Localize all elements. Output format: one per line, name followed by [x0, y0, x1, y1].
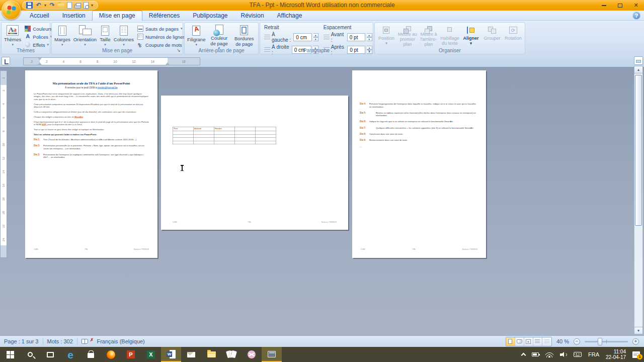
new-document-icon[interactable]	[67, 2, 72, 9]
save-icon[interactable]	[26, 2, 33, 9]
edge-button[interactable]: e	[60, 347, 80, 362]
breaks-button[interactable]: Sauts de pages▾	[137, 26, 189, 32]
app-window-button[interactable]	[262, 347, 282, 362]
action-center-icon[interactable]: 1	[632, 351, 640, 358]
schedule-table[interactable]: Titre Activité Horaire	[173, 127, 276, 144]
indent-left-input[interactable]: 0 cm	[293, 33, 311, 41]
outline-view-button[interactable]	[533, 337, 542, 346]
snipping-tool-button[interactable]	[242, 347, 262, 362]
indent-left-spinner[interactable]: ▲▼	[313, 33, 318, 41]
scroll-up-icon[interactable]: ▲	[634, 66, 643, 73]
help-icon[interactable]: ?	[632, 12, 640, 20]
group-page-background: Filigrane▾ Couleur de page▾ Bordures de …	[184, 22, 259, 54]
undo-icon[interactable]: ↶	[35, 2, 42, 9]
word-button[interactable]: W	[161, 347, 181, 362]
status-page-count[interactable]: Page : 1 sur 3	[4, 338, 39, 344]
scrollbar-track[interactable]	[634, 73, 643, 327]
page-borders-button[interactable]: Bordures de page	[231, 24, 257, 47]
paragraph: Il faut impérativement que le n° de la d…	[34, 121, 149, 126]
solitaire-button[interactable]	[221, 347, 242, 362]
status-word-count[interactable]: Mots : 302	[47, 338, 73, 344]
right-indent-marker[interactable]	[166, 62, 170, 65]
proofing-icon[interactable]	[82, 339, 88, 344]
align-button[interactable]: Aligner▾	[460, 24, 481, 47]
spacing-before-spinner[interactable]: ▲▼	[367, 33, 372, 41]
status-language[interactable]: Français (Belgique)	[97, 338, 144, 344]
zoom-in-icon[interactable]: +	[632, 338, 639, 345]
ruler-toggle-button[interactable]	[634, 56, 643, 65]
excel-button[interactable]: X	[141, 347, 161, 362]
volume-icon[interactable]	[560, 352, 567, 357]
wifi-icon[interactable]	[545, 352, 553, 357]
restore-button[interactable]	[612, 0, 628, 11]
size-button[interactable]: Taille▾	[98, 24, 112, 47]
battery-icon[interactable]	[532, 352, 539, 356]
tab-insertion[interactable]: Insertion	[56, 11, 92, 21]
document-page-1[interactable]: Ma présentation orale du TFA à l'aide d'…	[25, 70, 157, 258]
indent-left-label: À gauche :	[272, 32, 292, 43]
print-icon[interactable]	[74, 5, 81, 9]
tab-stop-selector[interactable]	[2, 57, 10, 65]
zoom-level[interactable]: 40 %	[556, 338, 569, 344]
cards-icon	[226, 350, 236, 358]
document-page-3[interactable]: Dia 4:Présente l'organigramme de l'entre…	[352, 70, 486, 258]
task-view-button[interactable]	[40, 347, 60, 362]
columns-button[interactable]: Colonnes▾	[112, 24, 135, 47]
undo-dropdown-icon[interactable]: ▾	[44, 3, 46, 8]
spacing-before-input[interactable]: 0 pt	[347, 33, 365, 41]
full-screen-reading-view-button[interactable]	[515, 337, 524, 346]
firefox-button[interactable]	[101, 347, 121, 362]
close-button[interactable]: ✕	[628, 0, 644, 11]
show-hidden-icons-icon[interactable]	[521, 353, 526, 358]
minimize-button[interactable]	[596, 0, 612, 11]
zoom-out-icon[interactable]: −	[574, 338, 580, 345]
tray-language[interactable]: FRA	[588, 351, 599, 357]
tab-affichage[interactable]: Affichage	[271, 11, 309, 21]
watermark-button[interactable]: Filigrane▾	[186, 24, 207, 47]
tray-clock[interactable]: 11:04 22-04-17	[606, 349, 626, 360]
screen: ↶ ▾ ↷ ▾ TFA - Ppt - Microsoft Word utili…	[0, 0, 644, 362]
themes-button[interactable]: Aa Thèmes ▾	[3, 24, 23, 47]
group-label-themes: Thèmes	[2, 48, 50, 53]
doc-title: Ma présentation orale du TFA à l'aide d'…	[34, 81, 149, 85]
taskbar-search-button[interactable]	[20, 347, 40, 362]
store-button[interactable]	[80, 347, 101, 362]
file-explorer-button[interactable]	[201, 347, 221, 362]
web-layout-view-button[interactable]	[524, 337, 533, 346]
tab-mise-en-page[interactable]: Mise en page	[92, 11, 142, 21]
orientation-button[interactable]: Orientation▾	[72, 24, 98, 47]
horizontal-ruler[interactable]: 2 2 4 6 8 10 12 14 18	[23, 57, 200, 65]
open-icon[interactable]	[58, 4, 64, 9]
scroll-down-icon[interactable]: ▼	[634, 327, 643, 334]
tab-revision[interactable]: Révision	[234, 11, 271, 21]
print-preview-icon[interactable]	[84, 2, 89, 9]
start-button[interactable]	[0, 347, 20, 362]
breaks-icon	[137, 26, 143, 32]
page-footer: ILMM TFA Madame TREMKIN	[34, 248, 149, 250]
keyboard-icon[interactable]	[574, 352, 582, 357]
vertical-ruler[interactable]: 2 24 68 1012 1416 1820 2224	[0, 70, 7, 258]
email-link[interactable]: tremkin@hotmail.be	[98, 86, 118, 89]
customize-qat-icon[interactable]: ▾	[91, 3, 93, 8]
tab-accueil[interactable]: Accueil	[23, 11, 56, 21]
print-layout-view-button[interactable]	[506, 337, 515, 346]
document-page-2[interactable]: Titre Activité Horaire ILMM TFA Madame T…	[161, 96, 348, 230]
margins-button[interactable]: Marges▾	[53, 24, 72, 47]
office-button[interactable]	[2, 1, 21, 20]
redo-icon[interactable]: ↷	[49, 2, 55, 9]
page-color-button[interactable]: Couleur de page▾	[207, 24, 231, 47]
tab-references[interactable]: Références	[142, 11, 186, 21]
first-line-indent-marker[interactable]	[38, 58, 42, 60]
draft-view-button[interactable]	[542, 337, 551, 346]
scrollbar-thumb[interactable]	[635, 75, 642, 226]
zoom-slider-thumb[interactable]	[598, 338, 602, 345]
tab-publipostage[interactable]: Publipostage	[186, 11, 234, 21]
powerpoint-button[interactable]: P	[121, 347, 141, 362]
mail-button[interactable]	[181, 347, 201, 362]
hanging-indent-marker[interactable]	[38, 62, 42, 65]
zoom-slider-track[interactable]	[585, 341, 628, 342]
group-arrange: Position▾ Mettre au premier plan Mettre …	[374, 22, 525, 54]
dia-item-2: Dia 2:Présentation personnelle (tu te pr…	[34, 144, 149, 150]
spacing-before-icon	[324, 35, 330, 40]
line-numbers-button[interactable]: Numéros de lignes▾	[137, 34, 189, 40]
